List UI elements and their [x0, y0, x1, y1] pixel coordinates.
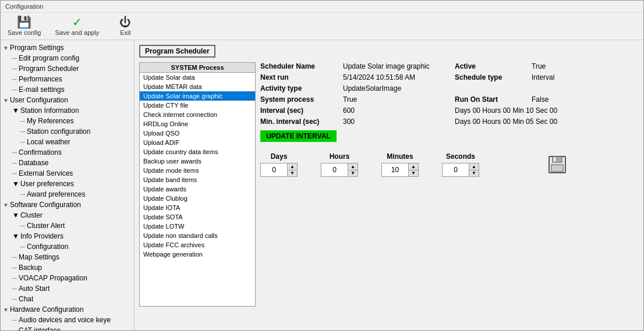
sidebar-item-external-services[interactable]: --External Services — [1, 168, 134, 179]
interval-value: 600 — [343, 106, 448, 115]
update-interval-banner: UPDATE INTERVAL — [260, 130, 337, 142]
check-icon: ✓ — [72, 16, 82, 28]
sidebar-item-award-preferences[interactable]: --Award preferences — [1, 189, 134, 200]
exit-button[interactable]: ⏻ Exit — [111, 15, 140, 37]
seconds-field: Seconds ▲ ▼ — [442, 152, 479, 177]
minutes-label: Minutes — [387, 152, 413, 161]
minutes-input[interactable] — [382, 165, 408, 175]
sidebar-item-auto-start[interactable]: --Auto Start — [1, 283, 134, 294]
list-item[interactable]: Update non standard calls — [140, 231, 255, 240]
sidebar-item-local-weather[interactable]: --Local weather — [1, 137, 134, 147]
sidebar-item-program-settings[interactable]: ▼Program Settings — [1, 42, 134, 53]
list-item[interactable]: Update SOTA — [140, 212, 255, 222]
sidebar-item-audio-devices[interactable]: --Audio devices and voice keye — [1, 315, 134, 325]
scheduler-name-label: Scheduler Name — [260, 62, 336, 70]
list-item[interactable]: HRDLog Online — [140, 119, 255, 129]
sidebar-item-edit-program-config[interactable]: --Edit program config — [1, 53, 134, 63]
empty1 — [455, 84, 525, 92]
sidebar: ▼Program Settings --Edit program config … — [1, 40, 135, 330]
sidebar-item-chat[interactable]: --Chat — [1, 294, 134, 304]
next-run-label: Next run — [260, 73, 336, 81]
list-item[interactable]: Update LOTW — [140, 222, 255, 231]
sidebar-item-hardware-config[interactable]: ▼Hardware Configuration — [1, 304, 134, 315]
window-title: Configuration — [5, 3, 43, 10]
days-input[interactable] — [261, 165, 287, 175]
list-item[interactable]: Update Solar data — [140, 73, 255, 82]
list-item[interactable]: Update IOTA — [140, 203, 255, 212]
save-config-label: Save config — [8, 29, 41, 36]
sidebar-item-map-settings[interactable]: --Map Settings — [1, 252, 134, 262]
next-run-value: 5/14/2024 10:51:58 AM — [343, 73, 448, 81]
days-up-button[interactable]: ▲ — [288, 163, 297, 170]
list-item[interactable]: Update awards — [140, 184, 255, 194]
seconds-spinner[interactable]: ▲ ▼ — [442, 163, 479, 177]
list-item[interactable]: Backup user awards — [140, 156, 255, 166]
seconds-label: Seconds — [446, 152, 475, 161]
save-config-button[interactable]: 💾 Save config — [5, 15, 43, 37]
toolbar: 💾 Save config ✓ Save and apply ⏻ Exit — [1, 13, 643, 40]
days-spinner[interactable]: ▲ ▼ — [260, 163, 298, 177]
hours-spinner[interactable]: ▲ ▼ — [321, 163, 358, 177]
list-header: SYSTEM Process — [140, 63, 255, 73]
activity-type-label: Activity type — [260, 84, 336, 92]
system-process-value: True — [343, 95, 448, 104]
active-value: True — [532, 62, 578, 70]
sidebar-item-email-settings[interactable]: --E-mail settings — [1, 84, 134, 95]
list-item[interactable]: Update CTY file — [140, 101, 255, 110]
list-item[interactable]: Upload ADIF — [140, 138, 255, 147]
minutes-spinner-buttons: ▲ ▼ — [408, 163, 418, 176]
save-float-button[interactable] — [548, 155, 567, 178]
hours-up-button[interactable]: ▲ — [348, 163, 358, 170]
save-apply-button[interactable]: ✓ Save and apply — [52, 15, 101, 37]
hours-down-button[interactable]: ▼ — [348, 170, 358, 176]
sidebar-item-cluster[interactable]: ▼Cluster — [1, 210, 134, 220]
sidebar-item-voacap[interactable]: --VOACAP Propagation — [1, 273, 134, 283]
list-item[interactable]: Webpage generation — [140, 250, 255, 259]
activity-type-value: UpdateSolarImage — [343, 84, 448, 92]
schedule-type-value: Interval — [532, 73, 578, 81]
interval-detail: Days 00 Hours 00 Min 10 Sec 00 — [455, 106, 578, 115]
sidebar-item-user-preferences[interactable]: ▼User preferences — [1, 179, 134, 189]
list-item[interactable]: Update METAR data — [140, 82, 255, 91]
sidebar-item-program-scheduler[interactable]: --Program Scheduler — [1, 63, 134, 74]
interval-label: Interval (sec) — [260, 106, 336, 115]
minutes-spinner[interactable]: ▲ ▼ — [381, 163, 419, 177]
sidebar-item-info-providers[interactable]: ▼Info Providers — [1, 231, 134, 241]
list-item[interactable]: Update mode items — [140, 166, 255, 175]
sidebar-item-configuration[interactable]: --Configuration — [1, 241, 134, 252]
hours-input[interactable] — [321, 165, 348, 175]
list-item[interactable]: Update country data items — [140, 147, 255, 156]
list-item[interactable]: Upload QSO — [140, 129, 255, 138]
sidebar-item-database[interactable]: --Database — [1, 158, 134, 168]
hours-field: Hours ▲ ▼ — [321, 152, 358, 177]
list-item[interactable]: Update Clublog — [140, 194, 255, 203]
sidebar-item-cat-interface[interactable]: --CAT interface — [1, 325, 134, 330]
sidebar-item-station-configuration[interactable]: --Station configuration — [1, 126, 134, 137]
active-label: Active — [455, 62, 525, 70]
seconds-up-button[interactable]: ▲ — [469, 163, 479, 170]
sidebar-item-confirmations[interactable]: --Confirmations — [1, 147, 134, 158]
sidebar-item-station-information[interactable]: ▼Station Information — [1, 105, 134, 116]
panel-body: SYSTEM Process Update Solar data Update … — [139, 62, 639, 307]
list-item[interactable]: Update FCC archives — [140, 240, 255, 250]
run-on-start-label: Run On Start — [455, 95, 525, 104]
sidebar-item-user-config[interactable]: ▼User Configuration — [1, 95, 134, 105]
days-down-button[interactable]: ▼ — [288, 170, 297, 176]
minutes-down-button[interactable]: ▼ — [409, 170, 418, 176]
seconds-input[interactable] — [443, 165, 469, 175]
sidebar-item-backup[interactable]: --Backup — [1, 262, 134, 273]
schedule-type-label: Schedule type — [455, 73, 525, 81]
list-item-selected[interactable]: Update Solar image graphic — [140, 91, 255, 101]
main-window: Configuration 💾 Save config ✓ Save and a… — [0, 0, 644, 331]
exit-label: Exit — [120, 29, 130, 36]
seconds-down-button[interactable]: ▼ — [469, 170, 479, 176]
svg-rect-2 — [551, 165, 563, 172]
list-item[interactable]: Check internet connection — [140, 110, 255, 119]
min-interval-value: 300 — [343, 118, 448, 126]
minutes-up-button[interactable]: ▲ — [409, 163, 418, 170]
sidebar-item-my-references[interactable]: --My References — [1, 116, 134, 126]
list-item[interactable]: Update band items — [140, 175, 255, 184]
sidebar-item-performances[interactable]: --Performances — [1, 74, 134, 84]
sidebar-item-cluster-alert[interactable]: --Cluster Alert — [1, 220, 134, 231]
sidebar-item-software-config[interactable]: ▼Software Configuration — [1, 200, 134, 210]
